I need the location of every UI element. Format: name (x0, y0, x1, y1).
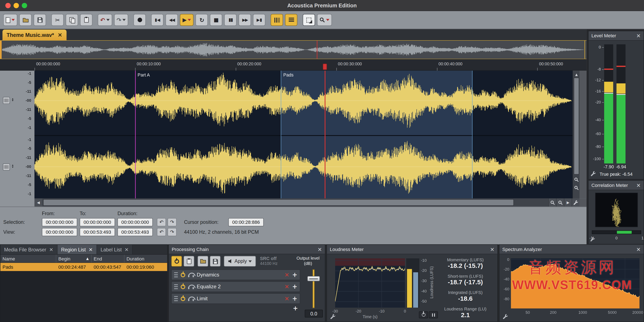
tab-region-list[interactable]: Region List ✕ (57, 245, 97, 254)
drag-handle-icon[interactable] (174, 272, 178, 277)
waveform-view-button[interactable] (271, 14, 283, 26)
tab-media-file-browser[interactable]: Media File Browser ✕ (0, 245, 57, 254)
vertical-zoom-in-button[interactable] (573, 176, 580, 183)
headphones-icon[interactable] (188, 284, 194, 289)
tab-media-file-browser-close-icon[interactable]: ✕ (49, 246, 53, 252)
add-plugin-icon[interactable]: + (292, 284, 298, 290)
open-button[interactable] (20, 14, 32, 26)
headphones-icon[interactable] (188, 296, 194, 301)
spectrum-settings-button[interactable] (503, 313, 508, 321)
headphones-icon[interactable] (188, 272, 194, 277)
timeline-ruler[interactable]: 00:00:00:00000:00:10:00000:00:20:00000:0… (0, 59, 586, 71)
scroll-right-button[interactable]: ▶ (564, 198, 572, 206)
remove-plugin-icon[interactable]: ✕ (284, 296, 289, 301)
close-window-button[interactable] (5, 3, 10, 8)
waveform-overview[interactable] (0, 40, 586, 59)
chain-save-button[interactable] (210, 256, 221, 266)
zoom-window-button[interactable] (22, 3, 27, 8)
correlation-meter-close-icon[interactable]: ✕ (636, 182, 641, 188)
drag-handle-icon[interactable] (174, 296, 178, 301)
new-file-button[interactable] (3, 14, 17, 26)
horizontal-scrollbar[interactable]: ◀ ▶ (34, 198, 580, 206)
selection-from-field[interactable]: 00:00:00:000 (42, 218, 77, 226)
fast-forward-button[interactable]: ▶▶ (239, 14, 251, 26)
apply-button[interactable]: Apply (224, 256, 256, 266)
document-tab[interactable]: Theme Music.wav* ✕ (2, 30, 66, 40)
stop-button[interactable]: ■ (210, 14, 222, 26)
chain-item-equalize[interactable]: Equalize 2 ✕ + (171, 281, 300, 292)
overview-view-start-marker[interactable] (0, 41, 2, 59)
vertical-scrollbar[interactable]: ▲ (572, 70, 580, 198)
zoom-out-button[interactable] (548, 198, 556, 206)
scroll-left-button[interactable]: ◀ (34, 198, 42, 206)
column-header-name[interactable]: Name (0, 254, 56, 262)
tab-label-list[interactable]: Label List ✕ (97, 245, 133, 254)
minimize-window-button[interactable] (14, 3, 19, 8)
view-redo-button[interactable]: ↷ (168, 228, 176, 236)
view-duration-field[interactable]: 00:00:53:493 (118, 228, 153, 236)
loudness-meter-settings-button[interactable] (330, 313, 336, 321)
column-header-end[interactable]: End (92, 254, 124, 262)
remove-plugin-icon[interactable]: ✕ (284, 272, 289, 278)
document-tab-close-icon[interactable]: ✕ (58, 32, 62, 38)
vertical-scrollbar-thumb[interactable] (574, 78, 579, 174)
selection-redo-button[interactable]: ↷ (168, 218, 176, 226)
layers-view-button[interactable] (285, 14, 298, 26)
overview-waveform-canvas[interactable] (0, 41, 586, 59)
selection-undo-button[interactable]: ↶ (157, 218, 166, 226)
redo-button[interactable]: ↷ (114, 14, 128, 26)
playhead-marker[interactable] (323, 64, 327, 70)
scrollbar-settings-button[interactable] (572, 198, 580, 206)
view-from-field[interactable]: 00:00:00:000 (42, 228, 77, 236)
play-button[interactable]: ▶ (180, 14, 194, 26)
output-fader-handle[interactable] (307, 276, 320, 281)
column-header-duration[interactable]: Duration (124, 254, 167, 262)
remove-plugin-icon[interactable]: ✕ (284, 284, 289, 290)
stereo-waveform-display[interactable]: Part APads (34, 70, 572, 198)
drag-handle-icon[interactable] (174, 284, 178, 289)
chain-item-limit[interactable]: Limit ✕ + (171, 293, 300, 304)
plugin-power-icon[interactable] (181, 272, 185, 277)
chain-open-button[interactable] (198, 256, 208, 266)
loudness-reset-button[interactable] (419, 311, 428, 318)
copy-button[interactable] (66, 14, 78, 26)
level-meter-close-icon[interactable]: ✕ (636, 33, 641, 39)
scroll-up-button[interactable]: ▲ (573, 70, 580, 78)
go-to-start-button[interactable]: ▮◀ (151, 14, 164, 26)
view-to-field[interactable]: 00:00:53:493 (80, 228, 115, 236)
region-row-pads[interactable]: Pads 00:00:24:487 00:00:43:547 00:00:19:… (0, 263, 167, 271)
cut-button[interactable]: ✂ (52, 14, 64, 26)
rewind-button[interactable]: ◀◀ (166, 14, 178, 26)
selection-to-field[interactable]: 00:00:00:000 (80, 218, 115, 226)
selection-duration-field[interactable]: 00:00:00:000 (118, 218, 153, 226)
paste-button[interactable] (80, 14, 92, 26)
plugin-power-icon[interactable] (181, 284, 185, 289)
chain-power-button[interactable] (171, 256, 182, 266)
undo-button[interactable]: ↶ (98, 14, 112, 26)
save-button[interactable] (34, 14, 46, 26)
vertical-zoom-out-button[interactable] (573, 184, 580, 191)
output-fader-track[interactable] (312, 270, 314, 308)
horizontal-scrollbar-track[interactable] (42, 198, 548, 206)
loudness-meter-close-icon[interactable]: ✕ (490, 246, 494, 252)
add-plugin-icon[interactable]: + (293, 306, 298, 312)
loop-playback-button[interactable]: ↻ (196, 14, 208, 26)
loudness-pause-button[interactable] (429, 311, 438, 318)
chain-item-dynamics[interactable]: Dynamics ✕ + (171, 270, 300, 280)
output-level-value[interactable]: 0.0 (305, 310, 323, 318)
processing-chain-close-icon[interactable]: ✕ (318, 246, 322, 252)
spectrum-analyzer-close-icon[interactable]: ✕ (636, 246, 641, 252)
chain-copy-button[interactable] (184, 256, 194, 266)
add-plugin-icon[interactable]: + (292, 272, 298, 278)
add-plugin-icon[interactable]: + (292, 296, 298, 302)
horizontal-scrollbar-thumb[interactable] (43, 199, 514, 206)
pause-button[interactable]: ▮▮ (224, 14, 237, 26)
zoom-tool-button[interactable] (317, 14, 332, 26)
column-header-begin[interactable]: Begin▲ (56, 254, 92, 262)
tab-label-list-close-icon[interactable]: ✕ (124, 246, 129, 252)
waveform-canvas[interactable] (34, 70, 572, 198)
view-undo-button[interactable]: ↶ (157, 228, 166, 236)
tab-region-list-close-icon[interactable]: ✕ (89, 246, 93, 252)
selection-tool-button[interactable] (303, 14, 315, 26)
record-button[interactable] (134, 14, 146, 26)
